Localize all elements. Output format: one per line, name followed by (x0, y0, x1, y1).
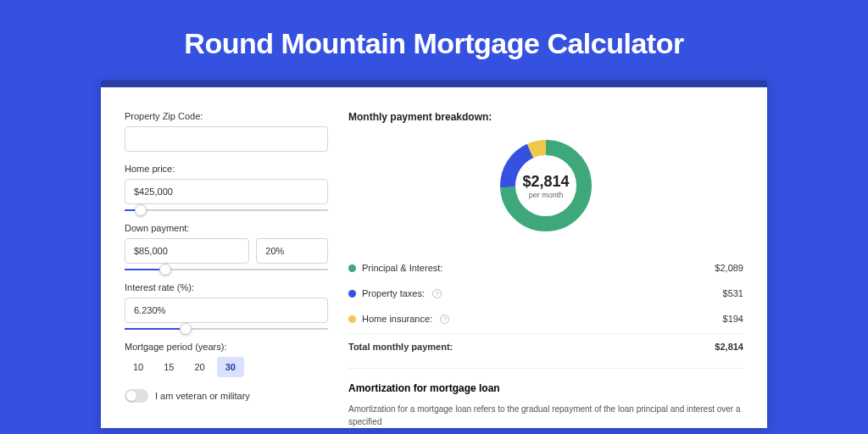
zip-label: Property Zip Code: (125, 111, 328, 121)
period-btn-15[interactable]: 15 (155, 357, 182, 377)
home-price-slider[interactable] (125, 209, 328, 211)
donut-sub: per month (522, 191, 569, 199)
legend-dot (348, 264, 356, 272)
slider-thumb[interactable] (180, 323, 192, 335)
period-label: Mortgage period (years): (125, 342, 328, 352)
period-btn-20[interactable]: 20 (186, 357, 214, 377)
down-payment-label: Down payment: (125, 223, 328, 233)
legend-dot (348, 315, 356, 323)
interest-slider[interactable] (125, 328, 328, 330)
amortization-title: Amortization for mortgage loan (348, 382, 743, 394)
help-icon[interactable]: ? (440, 314, 449, 324)
down-payment-pct-input[interactable] (256, 238, 328, 264)
legend-row: Home insurance: ?$194 (348, 306, 743, 331)
zip-input[interactable] (125, 126, 328, 152)
breakdown-panel: Monthly payment breakdown: $2,814 per mo… (348, 111, 743, 428)
legend-value: $194 (723, 314, 743, 324)
donut-amount: $2,814 (522, 173, 569, 191)
legend-label: Principal & Interest: (362, 263, 442, 273)
period-btn-30[interactable]: 30 (217, 357, 244, 377)
form-panel: Property Zip Code: Home price: Down paym… (125, 111, 328, 428)
period-options: 10152030 (125, 357, 328, 377)
breakdown-title: Monthly payment breakdown: (348, 111, 743, 123)
legend-value: $2,089 (715, 263, 743, 273)
legend-list: Principal & Interest: $2,089Property tax… (348, 255, 743, 331)
interest-block: Interest rate (%): (125, 282, 328, 330)
total-label: Total monthly payment: (348, 342, 453, 352)
home-price-input[interactable] (125, 179, 328, 204)
veteran-label: I am veteran or military (155, 391, 250, 401)
legend-label: Property taxes: (362, 288, 425, 298)
veteran-row: I am veteran or military (125, 389, 328, 403)
donut-chart-wrap: $2,814 per month (348, 135, 743, 236)
home-price-label: Home price: (125, 164, 328, 174)
legend-value: $531 (723, 288, 743, 298)
zip-field-block: Property Zip Code: (125, 111, 328, 152)
legend-label: Home insurance: (362, 314, 432, 324)
home-price-block: Home price: (125, 164, 328, 211)
period-block: Mortgage period (years): 10152030 (125, 342, 328, 377)
down-payment-block: Down payment: (125, 223, 328, 270)
amortization-text: Amortization for a mortgage loan refers … (348, 403, 743, 428)
total-value: $2,814 (715, 342, 743, 352)
interest-input[interactable] (125, 298, 328, 323)
donut-chart: $2,814 per month (495, 135, 597, 236)
veteran-toggle[interactable] (125, 389, 148, 403)
down-payment-slider[interactable] (125, 269, 328, 270)
interest-label: Interest rate (%): (125, 282, 328, 292)
page-title: Round Mountain Mortgage Calculator (0, 0, 868, 81)
down-payment-input[interactable] (125, 238, 249, 264)
help-icon[interactable]: ? (432, 289, 442, 298)
legend-dot (348, 290, 356, 298)
calculator-card: Property Zip Code: Home price: Down paym… (101, 81, 767, 428)
legend-row: Property taxes: ?$531 (348, 281, 743, 306)
legend-row: Principal & Interest: $2,089 (348, 255, 743, 281)
amortization-section: Amortization for mortgage loan Amortizat… (348, 368, 743, 428)
slider-thumb[interactable] (135, 204, 147, 216)
total-row: Total monthly payment: $2,814 (348, 333, 743, 359)
slider-thumb[interactable] (159, 264, 171, 275)
period-btn-10[interactable]: 10 (125, 357, 152, 377)
